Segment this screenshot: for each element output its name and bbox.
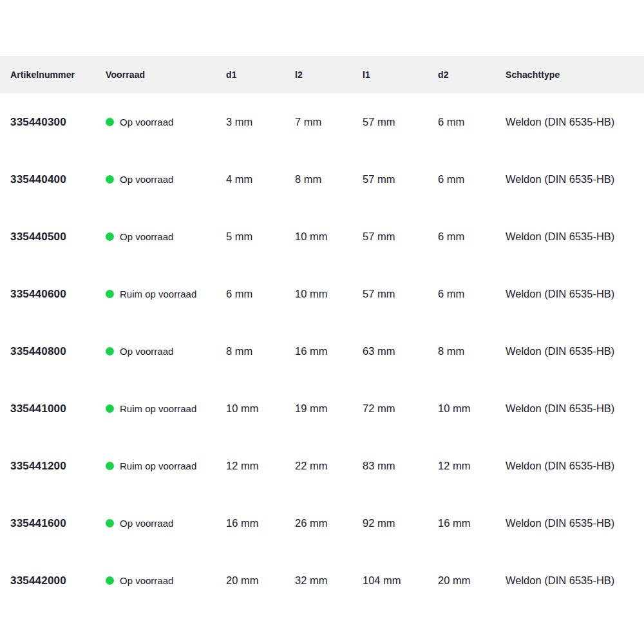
l1-value: 57 mm — [352, 93, 428, 151]
article-number[interactable]: 335441600 — [0, 495, 95, 552]
schachttype-value: Weldon (DIN 6535-HB) — [495, 323, 644, 380]
d1-value: 8 mm — [216, 323, 285, 380]
stock-status-cell: Op voorraad — [95, 552, 216, 609]
d2-value: 20 mm — [428, 552, 495, 609]
stock-status-label: Op voorraad — [120, 174, 173, 185]
l1-value: 92 mm — [352, 495, 428, 552]
stock-status-dot-icon — [106, 576, 114, 585]
table-header-row: Artikelnummer Voorraad d1 l2 l1 d2 Schac… — [0, 56, 644, 93]
stock-status-dot-icon — [106, 175, 114, 184]
l2-value: 8 mm — [285, 151, 352, 208]
d2-value: 16 mm — [428, 495, 495, 552]
column-header-artikelnummer: Artikelnummer — [0, 56, 95, 93]
article-number[interactable]: 335442000 — [0, 552, 95, 609]
schachttype-value: Weldon (DIN 6535-HB) — [495, 380, 644, 437]
stock-status-dot-icon — [106, 290, 114, 298]
stock-status-label: Ruim op voorraad — [120, 460, 196, 471]
l1-value: 83 mm — [352, 437, 428, 495]
table-header: Artikelnummer Voorraad d1 l2 l1 d2 Schac… — [0, 56, 644, 93]
article-number[interactable]: 335440500 — [0, 208, 95, 265]
d1-value: 5 mm — [216, 208, 285, 265]
table-row[interactable]: 335440600 Ruim op voorraad 6 mm 10 mm 57… — [0, 265, 644, 323]
d2-value: 6 mm — [428, 265, 495, 323]
l2-value: 16 mm — [285, 323, 352, 380]
table-row[interactable]: 335440500 Op voorraad 5 mm 10 mm 57 mm 6… — [0, 208, 644, 265]
schachttype-value: Weldon (DIN 6535-HB) — [495, 208, 644, 265]
d1-value: 4 mm — [216, 151, 285, 208]
d1-value: 16 mm — [216, 495, 285, 552]
d1-value: 3 mm — [216, 93, 285, 151]
stock-status-label: Op voorraad — [120, 518, 173, 529]
article-number[interactable]: 335441000 — [0, 380, 95, 437]
stock-status-dot-icon — [106, 232, 114, 241]
table-row[interactable]: 335441600 Op voorraad 16 mm 26 mm 92 mm … — [0, 495, 644, 552]
schachttype-value: Weldon (DIN 6535-HB) — [495, 151, 644, 208]
article-number[interactable]: 335440400 — [0, 151, 95, 208]
d2-value: 8 mm — [428, 323, 495, 380]
l1-value: 72 mm — [352, 380, 428, 437]
column-header-schachttype: Schachttype — [495, 56, 644, 93]
d2-value: 12 mm — [428, 437, 495, 495]
d1-value: 20 mm — [216, 552, 285, 609]
stock-status-cell: Ruim op voorraad — [95, 265, 216, 323]
schachttype-value: Weldon (DIN 6535-HB) — [495, 552, 644, 609]
column-header-d2: d2 — [428, 56, 495, 93]
table-row[interactable]: 335441200 Ruim op voorraad 12 mm 22 mm 8… — [0, 437, 644, 495]
l1-value: 57 mm — [352, 151, 428, 208]
l1-value: 104 mm — [352, 552, 428, 609]
stock-status-dot-icon — [106, 118, 114, 126]
schachttype-value: Weldon (DIN 6535-HB) — [495, 265, 644, 323]
schachttype-value: Weldon (DIN 6535-HB) — [495, 437, 644, 495]
l2-value: 10 mm — [285, 208, 352, 265]
l1-value: 57 mm — [352, 208, 428, 265]
article-number[interactable]: 335440600 — [0, 265, 95, 323]
l2-value: 10 mm — [285, 265, 352, 323]
article-number[interactable]: 335441200 — [0, 437, 95, 495]
stock-status-cell: Op voorraad — [95, 93, 216, 151]
schachttype-value: Weldon (DIN 6535-HB) — [495, 93, 644, 151]
table-row[interactable]: 335440800 Op voorraad 8 mm 16 mm 63 mm 8… — [0, 323, 644, 380]
stock-status-label: Op voorraad — [120, 117, 173, 128]
table-row[interactable]: 335441000 Ruim op voorraad 10 mm 19 mm 7… — [0, 380, 644, 437]
stock-status-cell: Op voorraad — [95, 151, 216, 208]
stock-status-cell: Op voorraad — [95, 495, 216, 552]
column-header-voorraad: Voorraad — [95, 56, 216, 93]
d2-value: 10 mm — [428, 380, 495, 437]
stock-status-cell: Op voorraad — [95, 323, 216, 380]
product-spec-table: Artikelnummer Voorraad d1 l2 l1 d2 Schac… — [0, 56, 644, 609]
stock-status-cell: Ruim op voorraad — [95, 437, 216, 495]
article-number[interactable]: 335440800 — [0, 323, 95, 380]
l2-value: 26 mm — [285, 495, 352, 552]
d1-value: 10 mm — [216, 380, 285, 437]
stock-status-dot-icon — [106, 462, 114, 470]
stock-status-label: Op voorraad — [120, 231, 173, 242]
l2-value: 32 mm — [285, 552, 352, 609]
stock-status-cell: Op voorraad — [95, 208, 216, 265]
stock-status-dot-icon — [106, 347, 114, 355]
column-header-d1: d1 — [216, 56, 285, 93]
table-row[interactable]: 335440300 Op voorraad 3 mm 7 mm 57 mm 6 … — [0, 93, 644, 151]
l2-value: 19 mm — [285, 380, 352, 437]
table-row[interactable]: 335440400 Op voorraad 4 mm 8 mm 57 mm 6 … — [0, 151, 644, 208]
column-header-l2: l2 — [285, 56, 352, 93]
l2-value: 22 mm — [285, 437, 352, 495]
column-header-l1: l1 — [352, 56, 428, 93]
product-spec-page: Artikelnummer Voorraad d1 l2 l1 d2 Schac… — [0, 56, 644, 644]
stock-status-cell: Ruim op voorraad — [95, 380, 216, 437]
stock-status-label: Op voorraad — [120, 346, 173, 357]
stock-status-label: Ruim op voorraad — [120, 289, 196, 299]
article-number[interactable]: 335440300 — [0, 93, 95, 151]
d2-value: 6 mm — [428, 93, 495, 151]
table-row[interactable]: 335442000 Op voorraad 20 mm 32 mm 104 mm… — [0, 552, 644, 609]
stock-status-label: Op voorraad — [120, 575, 173, 586]
l1-value: 57 mm — [352, 265, 428, 323]
l1-value: 63 mm — [352, 323, 428, 380]
stock-status-dot-icon — [106, 519, 114, 527]
stock-status-dot-icon — [106, 404, 114, 413]
d1-value: 6 mm — [216, 265, 285, 323]
stock-status-label: Ruim op voorraad — [120, 403, 196, 414]
d2-value: 6 mm — [428, 208, 495, 265]
d1-value: 12 mm — [216, 437, 285, 495]
table-body: 335440300 Op voorraad 3 mm 7 mm 57 mm 6 … — [0, 93, 644, 609]
l2-value: 7 mm — [285, 93, 352, 151]
